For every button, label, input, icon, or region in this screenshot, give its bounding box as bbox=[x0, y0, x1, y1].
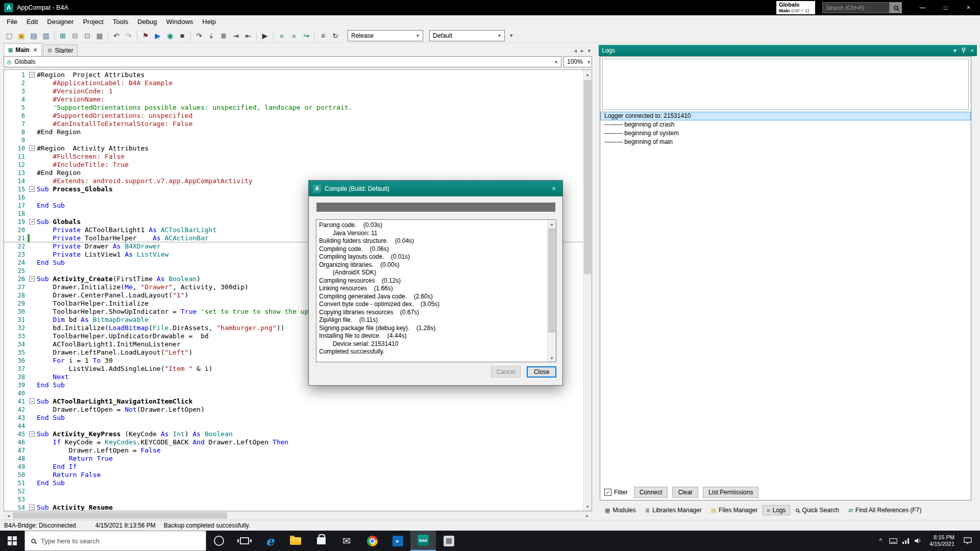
code-line[interactable]: 3 #VersionCode: 1 bbox=[4, 87, 583, 95]
cancel-button[interactable]: Cancel bbox=[491, 366, 521, 378]
tab-scroll-left-icon[interactable]: ◂ bbox=[574, 47, 577, 54]
taskbar-file-explorer-button[interactable] bbox=[283, 531, 308, 551]
menu-item-edit[interactable]: Edit bbox=[22, 16, 42, 28]
designer-icon[interactable]: ⊞ bbox=[57, 30, 69, 42]
menu-item-file[interactable]: File bbox=[2, 16, 22, 28]
step-into-icon[interactable]: ⇣ bbox=[205, 30, 217, 42]
code-line[interactable]: 11 #FullScreen: False bbox=[4, 153, 583, 161]
panel-tab-modules[interactable]: ▦Modules bbox=[601, 505, 640, 515]
goto-next-icon[interactable]: » bbox=[288, 30, 300, 42]
fold-icon[interactable]: − bbox=[29, 431, 35, 437]
dialog-close-icon[interactable]: × bbox=[545, 181, 562, 196]
close-button[interactable]: × bbox=[957, 0, 980, 15]
tab-main[interactable]: ⊞Main× bbox=[4, 43, 42, 56]
maximize-button[interactable]: □ bbox=[934, 0, 957, 15]
undo-icon[interactable]: ↶ bbox=[110, 30, 122, 42]
redo-icon[interactable]: ↷ bbox=[122, 30, 135, 42]
compile-log-scrollbar[interactable]: ▴ ▾ bbox=[547, 220, 556, 362]
scrollbar-thumb[interactable] bbox=[13, 512, 227, 519]
libraries-view-icon[interactable]: ▦ bbox=[93, 30, 106, 42]
sub-navigator-select[interactable]: ◎ Globals ▾ bbox=[4, 56, 561, 67]
code-line[interactable]: 46 If KeyCode = KeyCodes.KEYCODE_BACK An… bbox=[4, 438, 583, 446]
pin-icon[interactable] bbox=[961, 47, 966, 54]
run-icon[interactable]: ▶ bbox=[152, 30, 164, 42]
code-line[interactable]: 9 bbox=[4, 136, 583, 144]
taskbar-clock[interactable]: 8:15 PM 4/15/2021 bbox=[929, 534, 954, 547]
code-line[interactable]: 13#End Region bbox=[4, 169, 583, 177]
fold-icon[interactable]: − bbox=[29, 145, 35, 151]
scroll-down-icon[interactable]: ▾ bbox=[583, 502, 592, 511]
log-entry[interactable]: --------- beginning of system bbox=[600, 129, 971, 138]
log-entry[interactable]: --------- beginning of main bbox=[600, 138, 971, 146]
zoom-select[interactable]: 100% ▾ bbox=[564, 56, 592, 67]
build-configuration-select[interactable]: Release ▾ bbox=[348, 30, 423, 41]
log-entry[interactable]: Logger connected to: 21531410 bbox=[600, 112, 971, 120]
panel-tab-logs[interactable]: ≡Logs bbox=[763, 505, 790, 515]
comment-icon[interactable]: ≣ bbox=[217, 30, 230, 42]
touch-keyboard-icon[interactable] bbox=[889, 538, 897, 544]
scrollbar-thumb[interactable] bbox=[584, 80, 591, 274]
start-button[interactable] bbox=[0, 531, 24, 551]
taskbar-store-button[interactable] bbox=[308, 531, 334, 551]
code-line[interactable]: 10−#Region Activity Attributes bbox=[4, 144, 583, 153]
fold-icon[interactable]: − bbox=[29, 186, 35, 192]
code-line[interactable]: 1−#Region Project Attributes bbox=[4, 71, 583, 79]
new-file-icon[interactable]: ▢ bbox=[3, 30, 15, 42]
outdent-icon[interactable]: ⇤ bbox=[242, 30, 254, 42]
quick-nav-box[interactable]: Globals Main (ctrl + 1) bbox=[776, 1, 815, 14]
code-line[interactable]: 41−Sub ACToolBarLight1_NavigationItemCli… bbox=[4, 397, 583, 406]
code-line[interactable]: 54−Sub Activity_Resume bbox=[4, 504, 583, 511]
open-project-icon[interactable]: ▣ bbox=[15, 30, 28, 42]
module-type-select[interactable]: Default ▾ bbox=[429, 30, 505, 41]
bookmark-icon[interactable]: ⚑ bbox=[139, 30, 152, 42]
save-icon[interactable]: ▤ bbox=[28, 30, 40, 42]
taskbar-mail-button[interactable]: ✉ bbox=[334, 531, 359, 551]
scroll-up-icon[interactable]: ▴ bbox=[548, 220, 556, 228]
taskbar-paint-button[interactable] bbox=[436, 531, 461, 551]
connect-button[interactable]: Connect bbox=[634, 487, 668, 498]
fold-icon[interactable]: − bbox=[29, 398, 35, 404]
editor-vertical-scrollbar[interactable]: ▴ ▾ bbox=[583, 70, 592, 511]
compile-dialog-header[interactable]: A Compile (Build: Default) × bbox=[309, 181, 562, 196]
menu-item-tools[interactable]: Tools bbox=[108, 16, 133, 28]
close-tab-icon[interactable]: × bbox=[34, 46, 37, 54]
modules-view-icon[interactable]: ⊡ bbox=[81, 30, 93, 42]
filter-checkbox[interactable]: ✓ Filter bbox=[604, 489, 628, 496]
indent-icon[interactable]: ⇥ bbox=[230, 30, 242, 42]
scroll-down-icon[interactable]: ▾ bbox=[548, 354, 556, 362]
step-over-icon[interactable]: ↷ bbox=[193, 30, 205, 42]
panel-tab-quick-search[interactable]: Quick Search bbox=[791, 505, 843, 515]
scrollbar-thumb[interactable] bbox=[548, 228, 555, 333]
code-line[interactable]: 49 End If bbox=[4, 463, 583, 471]
fold-icon[interactable]: − bbox=[29, 219, 35, 224]
code-line[interactable]: 4 #VersionName: bbox=[4, 95, 583, 104]
scroll-left-icon[interactable]: ◂ bbox=[4, 512, 13, 519]
taskbar-edge-button[interactable]: e bbox=[257, 531, 283, 551]
search-input[interactable] bbox=[822, 2, 890, 13]
refresh-libraries-icon[interactable]: ↻ bbox=[329, 30, 341, 42]
code-line[interactable]: 50 Return False bbox=[4, 471, 583, 479]
panel-tab-find-all-references-f7[interactable]: ⇄Find All References (F7) bbox=[844, 505, 926, 515]
clear-button[interactable]: Clear bbox=[672, 487, 698, 498]
code-line[interactable]: 48 Return True bbox=[4, 455, 583, 463]
editor-horizontal-scrollbar[interactable]: ◂ ▸ bbox=[4, 511, 592, 520]
code-line[interactable]: 53 bbox=[4, 495, 583, 504]
code-line[interactable]: 45−Sub Activity_KeyPress (KeyCode As Int… bbox=[4, 430, 583, 438]
fold-icon[interactable]: − bbox=[29, 72, 35, 78]
minimize-button[interactable]: — bbox=[911, 0, 934, 15]
taskbar-blue-app-button[interactable]: ▸ bbox=[385, 531, 410, 551]
scroll-right-icon[interactable]: ▸ bbox=[583, 512, 592, 519]
taskbar-search[interactable]: Type here to search bbox=[24, 531, 206, 551]
taskbar-cortana-button[interactable] bbox=[206, 531, 232, 551]
debug-icon[interactable]: ◉ bbox=[164, 30, 176, 42]
menu-item-windows[interactable]: Windows bbox=[162, 16, 198, 28]
panel-tab-files-manager[interactable]: ▤Files Manager bbox=[707, 505, 762, 515]
tray-expand-icon[interactable]: ^ bbox=[877, 537, 884, 544]
close-panel-icon[interactable]: × bbox=[971, 47, 974, 54]
fold-icon[interactable]: − bbox=[29, 505, 35, 510]
menu-item-help[interactable]: Help bbox=[198, 16, 220, 28]
main-menu-icon[interactable]: ≡ bbox=[317, 30, 329, 42]
code-line[interactable]: 7 #CanInstallToExternalStorage: False bbox=[4, 120, 583, 128]
window-position-icon[interactable]: ▾ bbox=[953, 47, 957, 54]
code-line[interactable]: 43End Sub bbox=[4, 414, 583, 422]
